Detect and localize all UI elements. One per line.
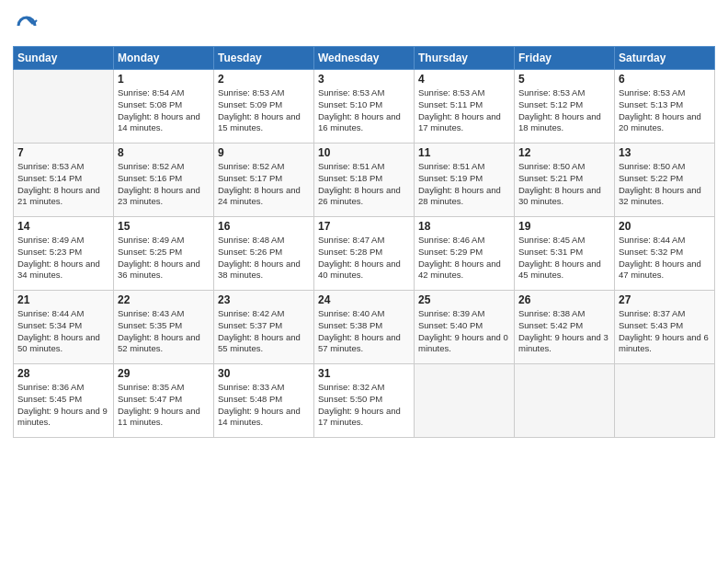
- cell-content: Sunrise: 8:39 AM Sunset: 5:40 PM Dayligh…: [418, 308, 510, 355]
- day-number: 8: [118, 146, 210, 159]
- cell-content: Sunrise: 8:54 AM Sunset: 5:08 PM Dayligh…: [118, 87, 210, 134]
- calendar-cell: 27Sunrise: 8:37 AM Sunset: 5:43 PM Dayli…: [615, 291, 715, 364]
- day-number: 15: [118, 220, 210, 233]
- calendar-cell: 28Sunrise: 8:36 AM Sunset: 5:45 PM Dayli…: [14, 364, 114, 438]
- calendar-cell: 29Sunrise: 8:35 AM Sunset: 5:47 PM Dayli…: [114, 364, 214, 438]
- day-number: 11: [418, 146, 510, 159]
- calendar-cell: 6Sunrise: 8:53 AM Sunset: 5:13 PM Daylig…: [615, 70, 715, 144]
- calendar-cell: 20Sunrise: 8:44 AM Sunset: 5:32 PM Dayli…: [615, 217, 715, 291]
- cell-content: Sunrise: 8:53 AM Sunset: 5:12 PM Dayligh…: [518, 87, 610, 134]
- calendar-cell: 23Sunrise: 8:42 AM Sunset: 5:37 PM Dayli…: [214, 291, 314, 364]
- calendar-cell: 12Sunrise: 8:50 AM Sunset: 5:21 PM Dayli…: [515, 144, 615, 217]
- cell-content: Sunrise: 8:38 AM Sunset: 5:42 PM Dayligh…: [518, 308, 610, 355]
- calendar-cell: 3Sunrise: 8:53 AM Sunset: 5:10 PM Daylig…: [314, 70, 415, 144]
- cell-content: Sunrise: 8:52 AM Sunset: 5:16 PM Dayligh…: [118, 161, 210, 208]
- cell-content: Sunrise: 8:49 AM Sunset: 5:23 PM Dayligh…: [17, 235, 109, 282]
- cell-content: Sunrise: 8:36 AM Sunset: 5:45 PM Dayligh…: [17, 382, 109, 429]
- cell-content: Sunrise: 8:48 AM Sunset: 5:26 PM Dayligh…: [218, 235, 310, 282]
- day-number: 18: [418, 220, 510, 233]
- cell-content: Sunrise: 8:53 AM Sunset: 5:11 PM Dayligh…: [418, 87, 510, 134]
- cell-content: Sunrise: 8:44 AM Sunset: 5:34 PM Dayligh…: [17, 308, 109, 355]
- cell-content: Sunrise: 8:53 AM Sunset: 5:14 PM Dayligh…: [17, 161, 109, 208]
- page-container: SundayMondayTuesdayWednesdayThursdayFrid…: [0, 0, 728, 563]
- day-number: 10: [318, 146, 410, 159]
- day-number: 13: [619, 146, 711, 159]
- day-number: 31: [318, 367, 410, 380]
- calendar-table: SundayMondayTuesdayWednesdayThursdayFrid…: [13, 46, 715, 438]
- day-number: 7: [17, 146, 109, 159]
- calendar-week-row: 28Sunrise: 8:36 AM Sunset: 5:45 PM Dayli…: [14, 364, 715, 438]
- day-number: 27: [619, 293, 711, 306]
- calendar-cell: 9Sunrise: 8:52 AM Sunset: 5:17 PM Daylig…: [214, 144, 314, 217]
- cell-content: Sunrise: 8:53 AM Sunset: 5:13 PM Dayligh…: [619, 87, 711, 134]
- cell-content: Sunrise: 8:40 AM Sunset: 5:38 PM Dayligh…: [318, 308, 410, 355]
- day-number: 19: [518, 220, 610, 233]
- calendar-cell: 22Sunrise: 8:43 AM Sunset: 5:35 PM Dayli…: [114, 291, 214, 364]
- day-number: 17: [318, 220, 410, 233]
- calendar-week-row: 1Sunrise: 8:54 AM Sunset: 5:08 PM Daylig…: [14, 70, 715, 144]
- calendar-cell: 24Sunrise: 8:40 AM Sunset: 5:38 PM Dayli…: [314, 291, 415, 364]
- cell-content: Sunrise: 8:50 AM Sunset: 5:22 PM Dayligh…: [619, 161, 711, 208]
- day-number: 30: [218, 367, 310, 380]
- day-number: 22: [118, 293, 210, 306]
- day-number: 6: [619, 73, 711, 86]
- day-number: 4: [418, 73, 510, 86]
- day-number: 29: [118, 367, 210, 380]
- cell-content: Sunrise: 8:35 AM Sunset: 5:47 PM Dayligh…: [118, 382, 210, 429]
- calendar-cell: 18Sunrise: 8:46 AM Sunset: 5:29 PM Dayli…: [415, 217, 515, 291]
- logo-icon: [13, 13, 39, 39]
- calendar-cell: 15Sunrise: 8:49 AM Sunset: 5:25 PM Dayli…: [114, 217, 214, 291]
- calendar-cell: 19Sunrise: 8:45 AM Sunset: 5:31 PM Dayli…: [515, 217, 615, 291]
- weekday-header-monday: Monday: [114, 47, 214, 70]
- calendar-cell: 4Sunrise: 8:53 AM Sunset: 5:11 PM Daylig…: [415, 70, 515, 144]
- calendar-cell: 16Sunrise: 8:48 AM Sunset: 5:26 PM Dayli…: [214, 217, 314, 291]
- calendar-cell: 11Sunrise: 8:51 AM Sunset: 5:19 PM Dayli…: [415, 144, 515, 217]
- cell-content: Sunrise: 8:47 AM Sunset: 5:28 PM Dayligh…: [318, 235, 410, 282]
- calendar-cell: 26Sunrise: 8:38 AM Sunset: 5:42 PM Dayli…: [515, 291, 615, 364]
- weekday-header-friday: Friday: [515, 47, 615, 70]
- cell-content: Sunrise: 8:53 AM Sunset: 5:10 PM Dayligh…: [318, 87, 410, 134]
- weekday-header-row: SundayMondayTuesdayWednesdayThursdayFrid…: [14, 47, 715, 70]
- day-number: 9: [218, 146, 310, 159]
- day-number: 21: [17, 293, 109, 306]
- weekday-header-thursday: Thursday: [415, 47, 515, 70]
- calendar-week-row: 7Sunrise: 8:53 AM Sunset: 5:14 PM Daylig…: [14, 144, 715, 217]
- weekday-header-sunday: Sunday: [14, 47, 114, 70]
- cell-content: Sunrise: 8:32 AM Sunset: 5:50 PM Dayligh…: [318, 382, 410, 429]
- cell-content: Sunrise: 8:52 AM Sunset: 5:17 PM Dayligh…: [218, 161, 310, 208]
- day-number: 3: [318, 73, 410, 86]
- header: [13, 9, 715, 39]
- calendar-cell: [14, 70, 114, 144]
- cell-content: Sunrise: 8:37 AM Sunset: 5:43 PM Dayligh…: [619, 308, 711, 355]
- cell-content: Sunrise: 8:44 AM Sunset: 5:32 PM Dayligh…: [619, 235, 711, 282]
- weekday-header-tuesday: Tuesday: [214, 47, 314, 70]
- calendar-cell: 8Sunrise: 8:52 AM Sunset: 5:16 PM Daylig…: [114, 144, 214, 217]
- cell-content: Sunrise: 8:51 AM Sunset: 5:19 PM Dayligh…: [418, 161, 510, 208]
- day-number: 14: [17, 220, 109, 233]
- calendar-cell: 2Sunrise: 8:53 AM Sunset: 5:09 PM Daylig…: [214, 70, 314, 144]
- weekday-header-saturday: Saturday: [615, 47, 715, 70]
- day-number: 20: [619, 220, 711, 233]
- cell-content: Sunrise: 8:42 AM Sunset: 5:37 PM Dayligh…: [218, 308, 310, 355]
- calendar-cell: 7Sunrise: 8:53 AM Sunset: 5:14 PM Daylig…: [14, 144, 114, 217]
- logo: [13, 13, 42, 39]
- cell-content: Sunrise: 8:53 AM Sunset: 5:09 PM Dayligh…: [218, 87, 310, 134]
- calendar-cell: 17Sunrise: 8:47 AM Sunset: 5:28 PM Dayli…: [314, 217, 415, 291]
- calendar-cell: 13Sunrise: 8:50 AM Sunset: 5:22 PM Dayli…: [615, 144, 715, 217]
- calendar-cell: 10Sunrise: 8:51 AM Sunset: 5:18 PM Dayli…: [314, 144, 415, 217]
- day-number: 26: [518, 293, 610, 306]
- calendar-cell: 25Sunrise: 8:39 AM Sunset: 5:40 PM Dayli…: [415, 291, 515, 364]
- day-number: 12: [518, 146, 610, 159]
- calendar-cell: 14Sunrise: 8:49 AM Sunset: 5:23 PM Dayli…: [14, 217, 114, 291]
- day-number: 23: [218, 293, 310, 306]
- calendar-cell: 21Sunrise: 8:44 AM Sunset: 5:34 PM Dayli…: [14, 291, 114, 364]
- calendar-cell: [415, 364, 515, 438]
- cell-content: Sunrise: 8:33 AM Sunset: 5:48 PM Dayligh…: [218, 382, 310, 429]
- calendar-cell: 30Sunrise: 8:33 AM Sunset: 5:48 PM Dayli…: [214, 364, 314, 438]
- day-number: 16: [218, 220, 310, 233]
- cell-content: Sunrise: 8:51 AM Sunset: 5:18 PM Dayligh…: [318, 161, 410, 208]
- cell-content: Sunrise: 8:50 AM Sunset: 5:21 PM Dayligh…: [518, 161, 610, 208]
- cell-content: Sunrise: 8:49 AM Sunset: 5:25 PM Dayligh…: [118, 235, 210, 282]
- day-number: 1: [118, 73, 210, 86]
- day-number: 5: [518, 73, 610, 86]
